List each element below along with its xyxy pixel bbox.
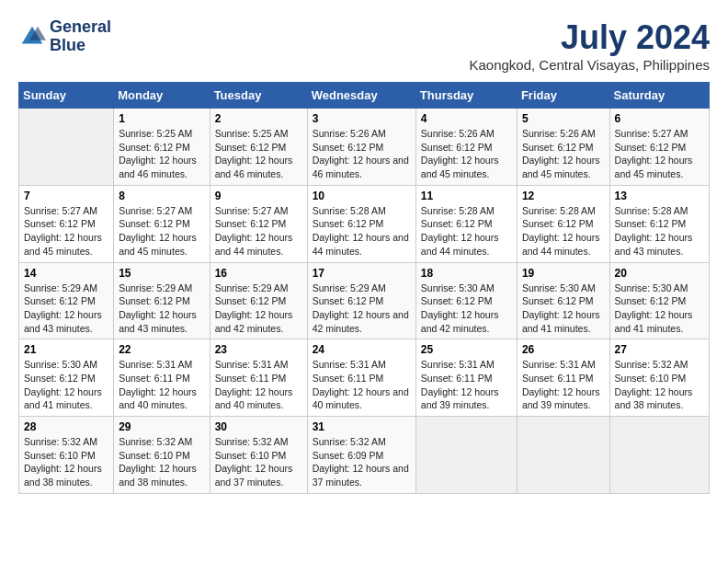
day-info: Sunrise: 5:29 AMSunset: 6:12 PMDaylight:… xyxy=(119,282,204,336)
day-number: 26 xyxy=(522,343,605,356)
day-info: Sunrise: 5:31 AMSunset: 6:11 PMDaylight:… xyxy=(119,358,204,412)
calendar-cell: 2Sunrise: 5:25 AMSunset: 6:12 PMDaylight… xyxy=(210,109,307,186)
calendar-cell: 31Sunrise: 5:32 AMSunset: 6:09 PMDayligh… xyxy=(307,417,415,494)
day-info: Sunrise: 5:32 AMSunset: 6:10 PMDaylight:… xyxy=(119,435,204,489)
calendar-week-row: 14Sunrise: 5:29 AMSunset: 6:12 PMDayligh… xyxy=(19,262,710,339)
calendar-cell: 23Sunrise: 5:31 AMSunset: 6:11 PMDayligh… xyxy=(210,339,307,417)
calendar-cell xyxy=(609,417,709,494)
day-number: 11 xyxy=(421,190,512,202)
day-number: 14 xyxy=(24,267,108,280)
day-info: Sunrise: 5:25 AMSunset: 6:12 PMDaylight:… xyxy=(119,127,204,181)
calendar-cell: 16Sunrise: 5:29 AMSunset: 6:12 PMDayligh… xyxy=(210,262,307,339)
calendar-cell: 5Sunrise: 5:26 AMSunset: 6:12 PMDaylight… xyxy=(517,109,609,186)
day-info: Sunrise: 5:29 AMSunset: 6:12 PMDaylight:… xyxy=(24,282,108,336)
day-number: 12 xyxy=(522,190,605,202)
day-info: Sunrise: 5:28 AMSunset: 6:12 PMDaylight:… xyxy=(615,204,704,259)
calendar-cell: 10Sunrise: 5:28 AMSunset: 6:12 PMDayligh… xyxy=(307,185,415,262)
day-number: 23 xyxy=(215,343,302,356)
calendar-cell: 26Sunrise: 5:31 AMSunset: 6:11 PMDayligh… xyxy=(517,339,609,417)
calendar-cell: 15Sunrise: 5:29 AMSunset: 6:12 PMDayligh… xyxy=(114,262,210,339)
day-number: 31 xyxy=(313,420,411,433)
calendar-cell: 18Sunrise: 5:30 AMSunset: 6:12 PMDayligh… xyxy=(415,262,517,339)
logo: General Blue xyxy=(18,18,111,55)
day-number: 6 xyxy=(615,112,704,125)
day-info: Sunrise: 5:30 AMSunset: 6:12 PMDaylight:… xyxy=(24,358,108,412)
day-info: Sunrise: 5:26 AMSunset: 6:12 PMDaylight:… xyxy=(313,127,411,181)
calendar-cell: 3Sunrise: 5:26 AMSunset: 6:12 PMDaylight… xyxy=(307,109,415,186)
day-info: Sunrise: 5:32 AMSunset: 6:09 PMDaylight:… xyxy=(313,435,411,489)
calendar-cell: 20Sunrise: 5:30 AMSunset: 6:12 PMDayligh… xyxy=(609,262,709,339)
day-number: 17 xyxy=(313,267,411,280)
day-number: 15 xyxy=(119,267,204,280)
header: General Blue July 2024 Kaongkod, Central… xyxy=(18,18,710,73)
day-info: Sunrise: 5:31 AMSunset: 6:11 PMDaylight:… xyxy=(313,358,411,412)
day-info: Sunrise: 5:30 AMSunset: 6:12 PMDaylight:… xyxy=(421,282,512,336)
calendar-week-row: 28Sunrise: 5:32 AMSunset: 6:10 PMDayligh… xyxy=(19,417,710,494)
day-number: 4 xyxy=(421,112,512,125)
calendar-cell xyxy=(517,417,609,494)
calendar-cell: 21Sunrise: 5:30 AMSunset: 6:12 PMDayligh… xyxy=(19,339,114,417)
calendar-cell: 19Sunrise: 5:30 AMSunset: 6:12 PMDayligh… xyxy=(517,262,609,339)
calendar-cell: 25Sunrise: 5:31 AMSunset: 6:11 PMDayligh… xyxy=(415,339,517,417)
calendar-week-row: 21Sunrise: 5:30 AMSunset: 6:12 PMDayligh… xyxy=(19,339,710,417)
calendar-cell: 1Sunrise: 5:25 AMSunset: 6:12 PMDaylight… xyxy=(114,109,210,186)
calendar-table: SundayMondayTuesdayWednesdayThursdayFrid… xyxy=(18,82,710,494)
calendar-cell: 28Sunrise: 5:32 AMSunset: 6:10 PMDayligh… xyxy=(19,417,114,494)
day-number: 19 xyxy=(522,267,605,280)
day-number: 1 xyxy=(119,112,204,125)
day-number: 20 xyxy=(615,267,704,280)
calendar-cell xyxy=(415,417,517,494)
calendar-cell: 12Sunrise: 5:28 AMSunset: 6:12 PMDayligh… xyxy=(517,185,609,262)
day-info: Sunrise: 5:29 AMSunset: 6:12 PMDaylight:… xyxy=(313,282,411,336)
day-info: Sunrise: 5:27 AMSunset: 6:12 PMDaylight:… xyxy=(119,204,204,259)
weekday-header: Saturday xyxy=(609,83,709,109)
day-info: Sunrise: 5:26 AMSunset: 6:12 PMDaylight:… xyxy=(522,127,605,181)
day-info: Sunrise: 5:27 AMSunset: 6:12 PMDaylight:… xyxy=(215,204,302,259)
day-info: Sunrise: 5:25 AMSunset: 6:12 PMDaylight:… xyxy=(215,127,302,181)
weekday-header: Friday xyxy=(517,83,609,109)
day-number: 28 xyxy=(24,420,108,433)
calendar-cell: 4Sunrise: 5:26 AMSunset: 6:12 PMDaylight… xyxy=(415,109,517,186)
calendar-cell: 27Sunrise: 5:32 AMSunset: 6:10 PMDayligh… xyxy=(609,339,709,417)
day-number: 9 xyxy=(215,190,302,202)
day-info: Sunrise: 5:32 AMSunset: 6:10 PMDaylight:… xyxy=(215,435,302,489)
calendar-cell: 6Sunrise: 5:27 AMSunset: 6:12 PMDaylight… xyxy=(609,109,709,186)
main-title: July 2024 xyxy=(469,18,710,57)
day-info: Sunrise: 5:32 AMSunset: 6:10 PMDaylight:… xyxy=(615,358,704,412)
day-number: 8 xyxy=(119,190,204,202)
day-number: 21 xyxy=(24,343,108,356)
calendar-cell: 13Sunrise: 5:28 AMSunset: 6:12 PMDayligh… xyxy=(609,185,709,262)
day-info: Sunrise: 5:27 AMSunset: 6:12 PMDaylight:… xyxy=(24,204,108,259)
calendar-cell xyxy=(19,109,114,186)
calendar-cell: 8Sunrise: 5:27 AMSunset: 6:12 PMDaylight… xyxy=(114,185,210,262)
day-info: Sunrise: 5:31 AMSunset: 6:11 PMDaylight:… xyxy=(421,358,512,412)
day-number: 13 xyxy=(615,190,704,202)
day-info: Sunrise: 5:26 AMSunset: 6:12 PMDaylight:… xyxy=(421,127,512,181)
calendar-cell: 7Sunrise: 5:27 AMSunset: 6:12 PMDaylight… xyxy=(19,185,114,262)
day-number: 22 xyxy=(119,343,204,356)
weekday-header: Sunday xyxy=(19,83,114,109)
day-info: Sunrise: 5:28 AMSunset: 6:12 PMDaylight:… xyxy=(522,204,605,259)
weekday-header: Thursday xyxy=(415,83,517,109)
day-number: 24 xyxy=(313,343,411,356)
day-info: Sunrise: 5:27 AMSunset: 6:12 PMDaylight:… xyxy=(615,127,704,181)
day-info: Sunrise: 5:28 AMSunset: 6:12 PMDaylight:… xyxy=(421,204,512,259)
day-number: 7 xyxy=(24,190,108,202)
calendar-cell: 17Sunrise: 5:29 AMSunset: 6:12 PMDayligh… xyxy=(307,262,415,339)
day-info: Sunrise: 5:30 AMSunset: 6:12 PMDaylight:… xyxy=(522,282,605,336)
day-info: Sunrise: 5:31 AMSunset: 6:11 PMDaylight:… xyxy=(215,358,302,412)
day-number: 18 xyxy=(421,267,512,280)
calendar-cell: 30Sunrise: 5:32 AMSunset: 6:10 PMDayligh… xyxy=(210,417,307,494)
day-number: 10 xyxy=(313,190,411,202)
day-info: Sunrise: 5:30 AMSunset: 6:12 PMDaylight:… xyxy=(615,282,704,336)
calendar-cell: 24Sunrise: 5:31 AMSunset: 6:11 PMDayligh… xyxy=(307,339,415,417)
day-number: 29 xyxy=(119,420,204,433)
logo-text: General Blue xyxy=(50,18,111,55)
calendar-cell: 22Sunrise: 5:31 AMSunset: 6:11 PMDayligh… xyxy=(114,339,210,417)
calendar-week-row: 1Sunrise: 5:25 AMSunset: 6:12 PMDaylight… xyxy=(19,109,710,186)
calendar-cell: 29Sunrise: 5:32 AMSunset: 6:10 PMDayligh… xyxy=(114,417,210,494)
day-number: 3 xyxy=(313,112,411,125)
calendar-week-row: 7Sunrise: 5:27 AMSunset: 6:12 PMDaylight… xyxy=(19,185,710,262)
day-info: Sunrise: 5:31 AMSunset: 6:11 PMDaylight:… xyxy=(522,358,605,412)
day-info: Sunrise: 5:29 AMSunset: 6:12 PMDaylight:… xyxy=(215,282,302,336)
